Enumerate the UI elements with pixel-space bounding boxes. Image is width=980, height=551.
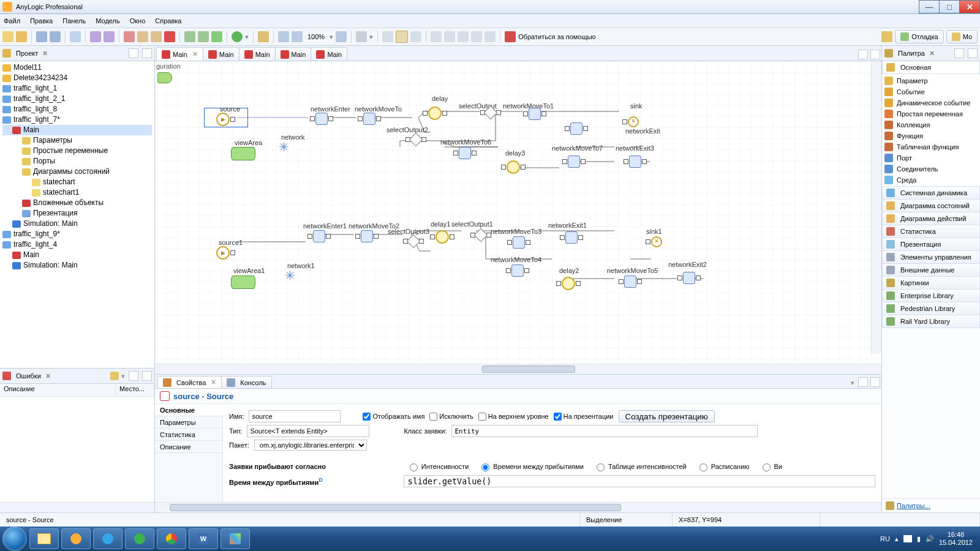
task-word[interactable]: W	[189, 528, 218, 549]
palette-section[interactable]: Rail Yard Library	[882, 315, 980, 328]
align-l-icon[interactable]	[431, 31, 442, 42]
block-networkexit[interactable]	[564, 122, 589, 135]
start-button[interactable]	[2, 527, 27, 551]
tree-item[interactable]: Порты	[2, 156, 152, 167]
side-tab-basic[interactable]: Основные	[155, 404, 223, 416]
block-networkmoveto3[interactable]	[507, 236, 531, 249]
palette-item[interactable]: Порт	[884, 152, 978, 163]
task-skype[interactable]	[93, 528, 123, 549]
menu-edit[interactable]: Правка	[30, 17, 53, 24]
create-presentation-button[interactable]: Создать презентацию	[619, 410, 715, 422]
task-anylogic[interactable]	[61, 528, 91, 549]
new-icon[interactable]	[2, 31, 13, 42]
help-tool-icon[interactable]	[505, 31, 516, 42]
cb-showname[interactable]	[363, 413, 371, 421]
palette-section[interactable]: Внешние данные	[882, 263, 980, 277]
block-networkenter[interactable]	[309, 113, 334, 125]
print-icon[interactable]	[70, 31, 81, 42]
zoom-out-icon[interactable]	[336, 31, 347, 42]
menu-model[interactable]: Модель	[96, 17, 119, 24]
menu-file[interactable]: Файл	[4, 17, 20, 24]
editor-max-icon[interactable]	[870, 50, 880, 59]
radio-table[interactable]	[597, 463, 605, 471]
block-source1[interactable]	[216, 246, 236, 260]
menu-panel[interactable]: Панель	[62, 17, 86, 24]
block-source[interactable]	[216, 113, 236, 126]
block-selectoutput3[interactable]	[402, 236, 424, 246]
cb-top[interactable]	[478, 413, 486, 421]
palette-section[interactable]: Системная динамика	[882, 186, 980, 200]
side-tab-desc[interactable]: Описание	[155, 441, 222, 453]
props-menu-icon[interactable]: ▾	[851, 379, 854, 387]
radio-schedule[interactable]	[699, 463, 707, 471]
tray-clock[interactable]: 16:4815.04.2012	[939, 531, 973, 547]
tree-item[interactable]: Main	[2, 125, 152, 135]
cb-present[interactable]	[554, 413, 562, 421]
debug-button[interactable]: Отладка	[895, 30, 943, 43]
cut-icon[interactable]	[124, 31, 135, 42]
errors-min-icon[interactable]	[129, 371, 138, 381]
errors-opt-icon[interactable]	[110, 372, 119, 380]
copy-icon[interactable]	[137, 31, 148, 42]
delete-icon[interactable]	[164, 31, 175, 42]
errors-col-place[interactable]: Место...	[116, 384, 154, 396]
block-networkmoveto5[interactable]	[618, 276, 643, 288]
side-tab-stats[interactable]: Статистика	[155, 429, 222, 441]
open-icon[interactable]	[16, 31, 27, 42]
tree-item[interactable]: statechart	[2, 177, 152, 187]
block-networkmoveto[interactable]	[357, 113, 382, 125]
block-selectoutput[interactable]	[480, 108, 502, 118]
palette-section[interactable]: Статистика	[882, 225, 980, 238]
class-input[interactable]	[451, 425, 758, 437]
canvas-hscroll[interactable]	[155, 364, 881, 374]
block-networkenter1[interactable]	[307, 230, 331, 242]
zoom-fit-icon[interactable]	[278, 31, 289, 42]
tab-main-2[interactable]: Main	[203, 47, 239, 61]
radio-intensity[interactable]	[410, 463, 418, 471]
align-c-icon[interactable]	[444, 31, 455, 42]
block-viewarea1[interactable]	[231, 276, 255, 289]
redo-icon[interactable]	[104, 31, 115, 42]
tab-main-3[interactable]: Main	[239, 47, 276, 61]
block-selectoutput1[interactable]	[470, 230, 492, 240]
palette-section[interactable]: Картинки	[882, 276, 980, 290]
palettes-link[interactable]: Палитры...	[897, 502, 930, 509]
help-link[interactable]: Обратиться за помощью	[518, 33, 595, 40]
palette-item[interactable]: Табличная функция	[884, 141, 978, 152]
tree-item[interactable]: statechart1	[2, 187, 152, 198]
build-icon[interactable]	[184, 31, 195, 42]
buildopt-icon[interactable]	[198, 31, 209, 42]
block-networkexit2[interactable]	[677, 272, 701, 284]
align-t-icon[interactable]	[471, 31, 482, 42]
props-max-icon[interactable]	[870, 377, 880, 387]
block-sink1[interactable]	[645, 236, 662, 247]
palette-min-icon[interactable]	[954, 48, 964, 58]
block-selectoutput2[interactable]	[405, 135, 427, 144]
errors-close-icon[interactable]: ✕	[43, 372, 53, 380]
debug-run-icon[interactable]	[211, 31, 222, 42]
name-input[interactable]	[249, 410, 341, 422]
tray-network-icon[interactable]: ▮	[917, 535, 921, 543]
close-button[interactable]: ✕	[959, 0, 980, 13]
tray-volume-icon[interactable]: 🔊	[925, 535, 934, 543]
block-networkmoveto7[interactable]	[562, 156, 586, 168]
radio-time[interactable]	[481, 463, 489, 471]
block-delay2[interactable]	[556, 277, 581, 290]
run-icon[interactable]	[232, 31, 243, 42]
tab-main-1[interactable]: Main✕	[156, 47, 203, 61]
tree-item[interactable]: Delete34234234	[2, 73, 152, 83]
side-tab-params[interactable]: Параметры	[155, 416, 222, 429]
project-max-icon[interactable]	[142, 48, 152, 58]
palette-item[interactable]: Простая переменная	[884, 108, 978, 119]
paste-icon[interactable]	[151, 31, 162, 42]
zoom-value[interactable]: 100%	[305, 33, 327, 40]
block-network[interactable]	[277, 141, 291, 154]
editor-min-icon[interactable]	[858, 50, 868, 59]
type-input[interactable]	[247, 425, 369, 437]
project-close-icon[interactable]: ✕	[40, 50, 50, 58]
palette-close-icon[interactable]: ✕	[927, 50, 937, 58]
palette-item[interactable]: Коллекция	[884, 119, 978, 130]
right-ico-1[interactable]	[881, 31, 892, 42]
errors-scrollbar[interactable]	[0, 502, 154, 512]
guides-icon[interactable]	[410, 31, 421, 42]
